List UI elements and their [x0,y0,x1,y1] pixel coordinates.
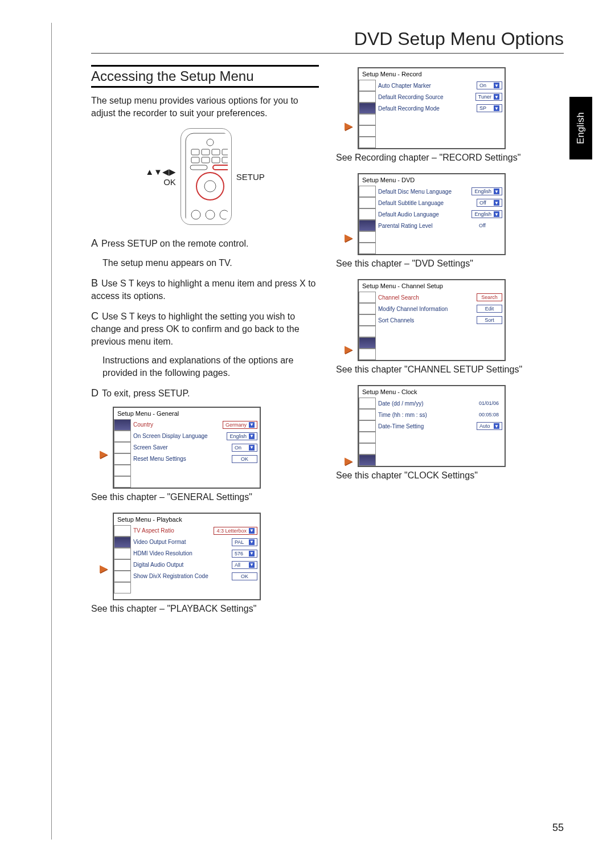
menu-row[interactable]: Video Output FormatPAL▼ [131,537,260,548]
menu-row-value[interactable]: OK [232,572,257,580]
menu-row[interactable]: Channel SearchSearch [376,292,505,303]
menu-tab[interactable] [359,314,376,326]
menu-row[interactable]: Auto Chapter MarkerOn▼ [376,80,505,91]
menu-row-value[interactable]: Germany▼ [223,421,257,429]
menu-tab[interactable] [359,455,376,466]
menu-tab[interactable] [114,537,131,548]
menu-tab[interactable] [359,125,376,137]
menu-tab[interactable] [359,337,376,349]
dropdown-icon[interactable]: ▼ [249,562,255,568]
menu-row[interactable]: Default Audio LanguageEnglish▼ [376,208,505,220]
intro-text: The setup menu provides various options … [91,95,319,119]
menu-tab[interactable] [359,292,376,303]
dropdown-icon[interactable]: ▼ [249,433,255,439]
menu-row-value[interactable]: Auto▼ [477,422,502,430]
dropdown-icon[interactable]: ▼ [494,105,499,111]
menu-row-value[interactable]: Off▼ [477,199,502,207]
dropdown-icon[interactable]: ▼ [249,539,255,545]
menu-tab[interactable] [359,103,376,114]
menu-tab[interactable] [114,442,131,453]
menu-tab[interactable] [359,303,376,314]
menu-row[interactable]: CountryGermany▼ [131,419,260,431]
menu-row-value[interactable]: PAL▼ [232,538,257,546]
menu-row-label: Video Output Format [133,539,229,545]
dropdown-icon[interactable]: ▼ [494,83,499,88]
dropdown-icon[interactable]: ▼ [494,189,499,194]
menu-row[interactable]: Time (hh : mm : ss)00:05:08 [376,409,505,420]
menu-playback: ▶Setup Menu - PlaybackTV Aspect Ratio4:3… [97,513,319,600]
menu-tab[interactable] [359,443,376,455]
menu-tab[interactable] [359,420,376,432]
menu-tab[interactable] [114,582,131,593]
menu-row-value[interactable]: Off [477,222,502,230]
dropdown-icon[interactable]: ▼ [249,528,255,534]
menu-row-value[interactable]: Edit [477,305,502,313]
menu-row-value[interactable]: On▼ [232,444,257,452]
menu-row[interactable]: Sort ChannelsSort [376,314,505,326]
dropdown-icon[interactable]: ▼ [494,94,499,100]
menu-tab[interactable] [359,80,376,91]
menu-tab[interactable] [114,525,131,537]
menu-tab[interactable] [114,559,131,571]
menu-row-value[interactable]: Sort [477,316,502,324]
menu-row[interactable]: HDMI Video Resolution576▼ [131,548,260,559]
menu-tab[interactable] [114,548,131,559]
menu-tab[interactable] [359,243,376,254]
menu-tab[interactable] [359,208,376,220]
menu-tab[interactable] [359,349,376,360]
dropdown-icon[interactable]: ▼ [249,422,255,428]
menu-tab[interactable] [359,197,376,208]
menu-tab[interactable] [359,398,376,409]
menu-row-value[interactable]: 4:3 Letterbox▼ [214,527,257,535]
menu-row-value[interactable]: English▼ [227,432,257,440]
menu-row[interactable]: Modify Channel InformationEdit [376,303,505,314]
menu-row[interactable]: TV Aspect Ratio4:3 Letterbox▼ [131,525,260,537]
menu-row[interactable]: Date (dd / mm/yy)01/01/06 [376,398,505,409]
menu-tab[interactable] [359,231,376,243]
ok-label: OK [145,177,176,187]
dropdown-icon[interactable]: ▼ [494,423,499,429]
menu-row[interactable]: Default Disc Menu LanguageEnglish▼ [376,186,505,197]
menu-tab[interactable] [359,432,376,443]
menu-row-value[interactable]: Tuner▼ [475,93,502,101]
menu-row[interactable]: Default Recording ModeSP▼ [376,103,505,114]
menu-row-value[interactable]: SP▼ [477,104,502,112]
menu-row-value[interactable]: All▼ [232,561,257,569]
menu-row-value[interactable]: OK [232,455,257,463]
menu-row-value[interactable]: 00:05:08 [477,411,502,419]
menu-tab[interactable] [359,409,376,420]
menu-row[interactable]: Screen SaverOn▼ [131,442,260,453]
arrow-icon: ▶ [342,345,355,354]
menu-row[interactable]: Show DivX Registration CodeOK [131,571,260,582]
menu-tab[interactable] [359,91,376,103]
menu-tab[interactable] [359,114,376,125]
menu-row[interactable]: Digital Audio OutputAll▼ [131,559,260,571]
dropdown-icon[interactable]: ▼ [494,200,499,206]
menu-row[interactable]: On Screen Display LanguageEnglish▼ [131,431,260,442]
menu-tab[interactable] [114,571,131,582]
menu-row[interactable]: Reset Menu SettingsOK [131,453,260,465]
menu-row-value[interactable]: 01/01/06 [477,399,502,407]
menu-row[interactable]: Default Recording SourceTuner▼ [376,91,505,103]
menu-tab[interactable] [114,453,131,465]
menu-row-value[interactable]: 576▼ [232,550,257,558]
menu-row-value[interactable]: English▼ [472,187,502,195]
dropdown-icon[interactable]: ▼ [249,551,255,556]
dropdown-icon[interactable]: ▼ [494,211,499,217]
menu-general: ▶Setup Menu - GeneralCountryGermany▼On S… [97,407,319,489]
menu-tab[interactable] [359,326,376,337]
menu-tab[interactable] [114,431,131,442]
menu-row[interactable]: Date-Time SettingAuto▼ [376,420,505,432]
menu-tab[interactable] [359,186,376,197]
menu-row[interactable]: Default Subtitle LanguageOff▼ [376,197,505,208]
menu-tab[interactable] [114,476,131,488]
menu-tab[interactable] [114,465,131,476]
menu-row-value[interactable]: Search [477,293,502,301]
dropdown-icon[interactable]: ▼ [249,445,255,451]
menu-row-value[interactable]: On▼ [477,81,502,89]
menu-row[interactable]: Parental Rating LevelOff [376,220,505,231]
menu-tab[interactable] [359,220,376,231]
menu-tab[interactable] [114,419,131,431]
menu-tab[interactable] [359,137,376,148]
menu-row-value[interactable]: English▼ [472,210,502,218]
